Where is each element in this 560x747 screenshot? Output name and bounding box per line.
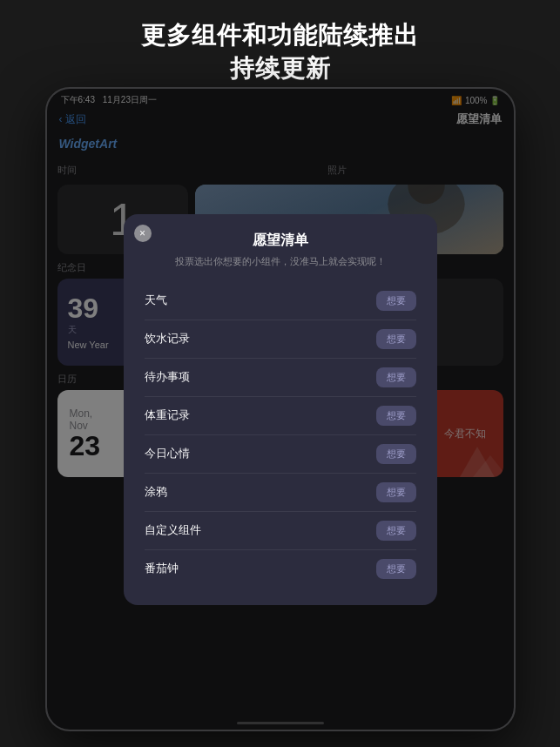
modal-item-label-6: 涂鸦 xyxy=(145,484,167,500)
modal-dialog: × 愿望清单 投票选出你想要的小组件，没准马上就会实现呢！ 天气 想要 饮水记录… xyxy=(124,214,437,605)
modal-want-btn-3[interactable]: 想要 xyxy=(376,367,416,387)
header-section: 更多组件和功能陆续推出 持续更新 xyxy=(0,0,560,101)
ipad-screen: 下午6:43 11月23日周一 📶 100% 🔋 ‹ 返回 愿望清单 Widge… xyxy=(47,89,514,730)
ipad-frame: 下午6:43 11月23日周一 📶 100% 🔋 ‹ 返回 愿望清单 Widge… xyxy=(45,87,516,731)
modal-item-label-3: 待办事项 xyxy=(145,369,190,385)
modal-want-btn-5[interactable]: 想要 xyxy=(376,444,416,464)
modal-want-btn-4[interactable]: 想要 xyxy=(376,406,416,426)
modal-item: 体重记录 想要 xyxy=(145,397,416,435)
modal-item-label-4: 体重记录 xyxy=(145,407,190,423)
modal-item: 饮水记录 想要 xyxy=(145,320,416,359)
modal-item: 涂鸦 想要 xyxy=(145,474,416,512)
modal-item: 番茄钟 想要 xyxy=(145,550,416,588)
modal-item-label-7: 自定义组件 xyxy=(145,522,201,538)
modal-want-btn-6[interactable]: 想要 xyxy=(376,482,416,502)
modal-item: 待办事项 想要 xyxy=(145,359,416,397)
modal-want-btn-2[interactable]: 想要 xyxy=(376,329,416,349)
modal-item: 天气 想要 xyxy=(145,282,416,320)
modal-close-button[interactable]: × xyxy=(134,225,152,242)
modal-want-btn-1[interactable]: 想要 xyxy=(376,291,416,311)
modal-item: 今日心情 想要 xyxy=(145,435,416,474)
header-title: 更多组件和功能陆续推出 持续更新 xyxy=(35,19,525,85)
modal-subtitle: 投票选出你想要的小组件，没准马上就会实现呢！ xyxy=(145,255,416,268)
modal-item-label-1: 天气 xyxy=(145,293,167,308)
modal-overlay: × 愿望清单 投票选出你想要的小组件，没准马上就会实现呢！ 天气 想要 饮水记录… xyxy=(47,89,514,730)
modal-items-list: 天气 想要 饮水记录 想要 待办事项 想要 体重记录 想要 xyxy=(145,282,416,588)
modal-item-label-8: 番茄钟 xyxy=(145,561,179,576)
modal-want-btn-7[interactable]: 想要 xyxy=(376,521,416,541)
modal-item: 自定义组件 想要 xyxy=(145,512,416,550)
modal-want-btn-8[interactable]: 想要 xyxy=(376,559,416,579)
modal-item-label-2: 饮水记录 xyxy=(145,331,190,347)
modal-title: 愿望清单 xyxy=(145,232,416,250)
modal-item-label-5: 今日心情 xyxy=(145,446,190,461)
